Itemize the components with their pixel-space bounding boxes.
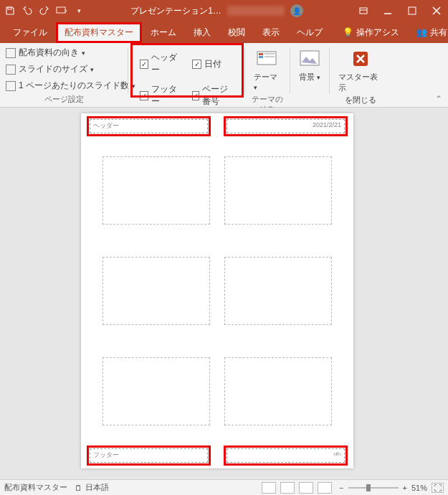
tab-review[interactable]: 校閲 — [221, 24, 252, 42]
share-label: 共有 — [430, 27, 447, 39]
svg-rect-10 — [259, 56, 263, 58]
close-master-button[interactable]: マスター表示 を閉じる — [334, 46, 387, 107]
checkbox-date[interactable]: ✓日付 — [192, 52, 233, 76]
zoom-thumb[interactable] — [366, 484, 371, 491]
tab-file[interactable]: ファイル — [6, 24, 54, 42]
background-button[interactable]: 背景 ▾ — [294, 46, 325, 84]
language-label: 日本語 — [85, 482, 109, 493]
document-title: プレゼンテーション1… — [130, 5, 221, 17]
svg-rect-9 — [259, 53, 263, 55]
close-master-label1: マスター表示 — [338, 72, 383, 93]
checkbox-footer[interactable]: ✓フッター — [140, 83, 181, 108]
chevron-down-icon: ▾ — [254, 84, 257, 91]
tab-handout-master[interactable]: 配布資料マスター — [57, 24, 140, 42]
tab-view[interactable]: 表示 — [255, 24, 287, 42]
slide-thumbnail-4[interactable] — [224, 257, 332, 325]
chevron-down-icon: ▾ — [317, 74, 320, 81]
slide-size-icon — [6, 65, 16, 75]
slide-thumbnail-3[interactable] — [103, 257, 210, 325]
slideshow-view-icon[interactable] — [318, 482, 332, 494]
window-title: プレゼンテーション1… 👤 — [85, 4, 349, 17]
svg-rect-12 — [264, 56, 275, 57]
tab-insert[interactable]: 挿入 — [186, 24, 218, 42]
sorter-view-icon[interactable] — [280, 482, 295, 494]
language-indicator[interactable]: 🗒日本語 — [75, 482, 109, 493]
slide-thumbnail-6[interactable] — [224, 357, 332, 425]
slides-per-page-icon — [6, 81, 16, 91]
collapse-ribbon-icon[interactable]: ⌃ — [435, 94, 442, 104]
checkbox-date-label: 日付 — [204, 58, 221, 70]
chevron-down-icon: ▾ — [82, 50, 85, 57]
editing-canvas[interactable]: ヘッダー 2021/2/21 フッター ‹#› — [0, 108, 448, 479]
lightbulb-icon: 💡 — [343, 27, 353, 37]
tab-home[interactable]: ホーム — [143, 24, 184, 42]
zoom-in-icon[interactable]: + — [403, 484, 407, 492]
check-icon: ✓ — [140, 91, 148, 100]
language-icon: 🗒 — [75, 484, 82, 492]
checkbox-header[interactable]: ✓ヘッダー — [140, 52, 181, 76]
handout-orientation-button[interactable]: 配布資料の向き▾ — [4, 46, 137, 60]
tell-me-button[interactable]: 💡操作アシス — [335, 24, 406, 42]
ribbon-display-icon[interactable] — [356, 4, 371, 18]
themes-button[interactable]: テーマ ▾ — [249, 46, 285, 93]
qat-dropdown-icon[interactable]: ▾ — [73, 5, 85, 16]
slide-thumbnail-1[interactable] — [103, 156, 210, 225]
title-bar: ▾ プレゼンテーション1… 👤 — [0, 0, 448, 22]
group-themes: テーマ ▾ テーマの編集 — [245, 43, 290, 107]
reading-view-icon[interactable] — [299, 482, 313, 494]
check-icon: ✓ — [192, 60, 201, 69]
tell-me-label: 操作アシス — [356, 27, 399, 39]
quick-access-toolbar: ▾ — [4, 5, 85, 16]
close-master-icon — [349, 47, 372, 70]
placeholder-date[interactable]: 2021/2/21 — [227, 119, 345, 133]
background-label: 背景 — [299, 72, 315, 81]
checkbox-page-number[interactable]: ✓ページ番号 — [192, 83, 233, 108]
slide-size-button[interactable]: スライドのサイズ▾ — [4, 62, 137, 76]
window-controls — [356, 4, 444, 18]
checkbox-footer-label: フッター — [151, 83, 181, 108]
minimize-icon[interactable] — [381, 4, 395, 18]
close-icon[interactable] — [429, 4, 444, 18]
normal-view-icon[interactable] — [262, 482, 276, 494]
check-icon: ✓ — [140, 60, 148, 69]
slide-thumbnail-5[interactable] — [103, 357, 210, 425]
placeholder-footer[interactable]: フッター — [90, 448, 208, 463]
user-avatar-icon[interactable]: 👤 — [290, 4, 303, 17]
zoom-control: − + 51% ⛶ — [339, 483, 444, 493]
slide-thumbnail-2[interactable] — [224, 156, 332, 225]
svg-rect-2 — [360, 8, 367, 14]
handout-page[interactable]: ヘッダー 2021/2/21 フッター ‹#› — [81, 113, 353, 468]
themes-label: テーマ — [254, 72, 277, 81]
group-label-background — [295, 94, 325, 105]
slide-size-label: スライドのサイズ — [19, 63, 87, 75]
svg-rect-0 — [8, 7, 11, 9]
ribbon: 配布資料の向き▾ スライドのサイズ▾ 1 ページあたりのスライド数▾ ページ設定… — [0, 43, 448, 108]
redo-icon[interactable] — [39, 5, 50, 16]
undo-icon[interactable] — [22, 5, 33, 16]
blurred-area — [227, 6, 285, 16]
maximize-icon[interactable] — [405, 4, 419, 18]
start-from-beginning-icon[interactable] — [56, 5, 67, 16]
chevron-down-icon: ▾ — [90, 66, 94, 73]
slides-per-page-button[interactable]: 1 ページあたりのスライド数▾ — [4, 79, 137, 93]
orientation-label: 配布資料の向き — [19, 47, 79, 59]
check-icon: ✓ — [192, 91, 199, 100]
svg-rect-5 — [409, 7, 416, 14]
fit-to-window-icon[interactable]: ⛶ — [432, 483, 444, 493]
share-button[interactable]: 👥共有 — [409, 24, 448, 42]
tab-help[interactable]: ヘルプ — [290, 24, 330, 42]
checkbox-page-number-label: ページ番号 — [202, 83, 233, 108]
slides-per-page-label: 1 ページあたりのスライド数 — [19, 80, 129, 92]
zoom-slider[interactable] — [348, 487, 399, 489]
zoom-out-icon[interactable]: − — [339, 484, 343, 492]
save-icon[interactable] — [4, 5, 16, 16]
placeholder-page-number[interactable]: ‹#› — [227, 448, 345, 463]
svg-rect-1 — [57, 7, 65, 13]
status-bar: 配布資料マスター 🗒日本語 − + 51% ⛶ — [0, 479, 448, 495]
group-background: 背景 ▾ — [290, 43, 329, 107]
zoom-level[interactable]: 51% — [411, 484, 427, 492]
view-buttons — [262, 482, 332, 494]
ribbon-tabs: ファイル 配布資料マスター ホーム 挿入 校閲 表示 ヘルプ 💡操作アシス 👥共… — [0, 22, 448, 43]
themes-icon — [256, 47, 279, 70]
placeholder-header[interactable]: ヘッダー — [90, 119, 208, 133]
